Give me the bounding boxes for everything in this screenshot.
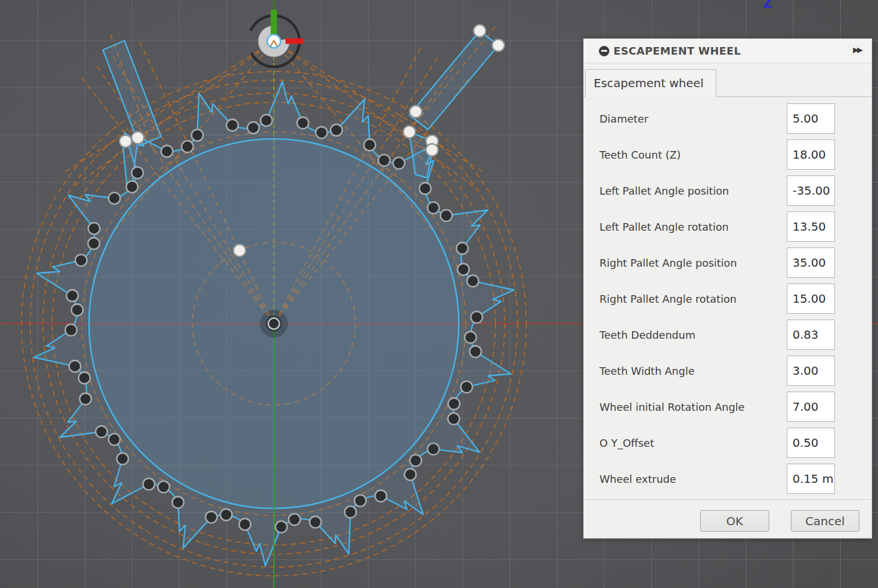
escapement-wheel-dialog: ESCAPEMENT WHEEL ▶▶ Escapement wheel Dia… [583,38,872,539]
ok-button[interactable]: OK [700,510,769,532]
param-row: Right Pallet Angle rotation15.00 [584,281,872,317]
sketch-point[interactable] [355,495,366,507]
sketch-point[interactable] [260,114,272,126]
sketch-point[interactable] [465,332,476,343]
param-label: O Y_Offset [599,437,654,449]
sketch-point[interactable] [109,192,120,204]
sketch-point[interactable] [316,127,327,138]
sketch-point[interactable] [458,264,469,275]
sketch-point[interactable] [410,455,422,467]
dialog-header[interactable]: ESCAPEMENT WHEEL ▶▶ [584,39,872,63]
sketch-point[interactable] [461,381,473,393]
selected-sketch-point[interactable] [410,106,422,118]
y-offset-input[interactable]: 0.50 [787,428,835,458]
sketch-point[interactable] [239,518,251,530]
param-row: Teeth Count (Z)18.00 [584,137,872,173]
sketch-point[interactable] [467,275,479,287]
sketch-point[interactable] [96,426,108,438]
param-row: O Y_Offset0.50 [584,425,872,461]
selected-sketch-point[interactable] [474,25,486,37]
param-row: Left Pallet Angle position-35.00 [584,173,872,209]
wheel-center-point[interactable] [260,310,288,338]
selected-sketch-point[interactable] [132,132,144,144]
sketch-point[interactable] [297,117,309,129]
param-label: Wheel extrude [599,473,676,485]
tab-escapement-wheel[interactable]: Escapement wheel [585,69,716,97]
sketch-point[interactable] [65,324,77,336]
sketch-point[interactable] [78,372,90,383]
minus-circle-icon[interactable] [599,46,609,56]
selected-sketch-point[interactable] [120,135,132,148]
sketch-point[interactable] [276,521,287,533]
sketch-point[interactable] [441,210,452,221]
sketch-point[interactable] [364,139,376,150]
sketch-point[interactable] [143,478,155,490]
sketch-point[interactable] [419,182,431,194]
sketch-point[interactable] [161,145,173,157]
sketch-point[interactable] [109,433,120,445]
param-label: Left Pallet Angle rotation [599,221,729,233]
cad-viewport-window: Z ESCAPEMENT WHEEL ▶▶ Escapement wheel D… [0,0,878,588]
sketch-point[interactable] [191,130,203,141]
param-row: Left Pallet Angle rotation13.50 [584,209,872,245]
sketch-point[interactable] [131,167,143,178]
wheel-extrude-input[interactable]: 0.15 m [787,464,835,494]
teeth-deddendum-input[interactable]: 0.83 [787,320,835,350]
sketch-point[interactable] [172,497,184,508]
sketch-point[interactable] [427,202,439,214]
sketch-point[interactable] [69,360,81,372]
right-pallet-rotation-input[interactable]: 15.00 [787,284,835,314]
sketch-point[interactable] [66,290,78,302]
double-forward-arrow-icon[interactable]: ▶▶ [853,45,861,54]
param-label: Right Pallet Angle rotation [599,293,737,305]
sketch-point[interactable] [126,181,138,193]
cancel-button[interactable]: Cancel [791,510,859,532]
dialog-tab-row: Escapement wheel [584,66,872,97]
sketch-point[interactable] [345,506,356,518]
param-label: Right Pallet Angle position [599,257,737,269]
sketch-point[interactable] [405,469,416,481]
sketch-point[interactable] [220,509,232,521]
sketch-point[interactable] [72,304,83,315]
wheel-initial-rotation-input[interactable]: 7.00 [787,392,835,422]
sketch-point[interactable] [470,346,481,357]
left-pallet-rotation-input[interactable]: 13.50 [787,211,835,242]
param-label: Teeth Count (Z) [599,149,681,161]
diameter-input[interactable]: 5.00 [787,103,835,134]
selected-sketch-point[interactable] [234,245,246,257]
sketch-point[interactable] [393,157,405,169]
param-label: Wheel initial Rotation Angle [599,401,745,413]
sketch-point[interactable] [448,413,459,425]
sketch-point[interactable] [375,490,387,502]
dialog-footer: OK Cancel [584,499,872,539]
sketch-point[interactable] [379,155,390,166]
z-axis-label: Z [763,0,773,10]
sketch-point[interactable] [227,119,238,131]
teeth-count-input[interactable]: 18.00 [787,139,835,170]
sketch-point[interactable] [309,517,321,528]
sketch-point[interactable] [331,124,342,136]
sketch-point[interactable] [288,514,300,525]
sketch-point[interactable] [88,238,99,249]
sketch-point[interactable] [80,393,91,405]
sketch-point[interactable] [456,242,468,254]
sketch-point[interactable] [181,141,193,152]
sketch-point[interactable] [448,398,460,410]
y-axis-handle[interactable] [271,10,277,35]
sketch-point[interactable] [76,254,87,266]
sketch-point[interactable] [248,122,259,134]
selected-sketch-point[interactable] [426,144,438,156]
sketch-point[interactable] [88,223,100,234]
selected-sketch-point[interactable] [492,40,505,52]
sketch-point[interactable] [117,453,129,465]
param-row: Diameter5.00 [584,101,872,137]
sketch-point[interactable] [205,511,217,523]
right-pallet-position-input[interactable]: 35.00 [787,248,835,278]
teeth-width-angle-input[interactable]: 3.00 [787,356,835,386]
sketch-point[interactable] [471,311,483,323]
left-pallet-position-input[interactable]: -35.00 [787,175,835,206]
sketch-point[interactable] [427,443,439,455]
selected-sketch-point[interactable] [404,126,416,138]
x-axis-handle[interactable] [285,38,304,44]
sketch-point[interactable] [158,481,169,493]
